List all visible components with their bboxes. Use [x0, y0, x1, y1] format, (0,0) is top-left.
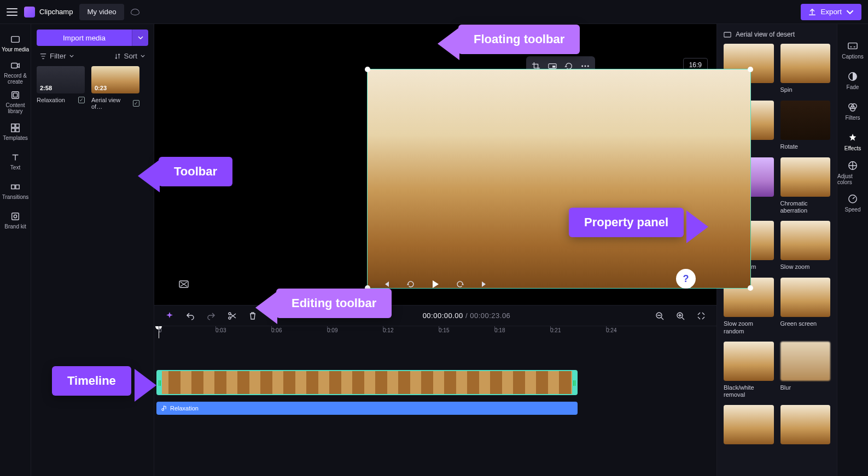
rightrail-captions[interactable]: Captions: [837, 35, 868, 66]
play-button[interactable]: [428, 279, 442, 291]
clip-handle-right[interactable]: ||: [572, 371, 576, 394]
undo-button[interactable]: [184, 309, 197, 322]
resize-handle[interactable]: [748, 285, 753, 291]
effect-green-screen[interactable]: Green screen: [780, 278, 831, 334]
leftnav-brand-kit[interactable]: Brand kit: [0, 205, 31, 235]
brand-logo-icon: [24, 7, 35, 17]
split-button[interactable]: [225, 309, 238, 322]
svg-rect-3: [13, 93, 17, 97]
filter-label: Filter: [50, 52, 66, 60]
duration: 00:00:23.06: [470, 312, 510, 320]
export-button[interactable]: Export: [801, 4, 861, 20]
rightrail-filters[interactable]: Filters: [837, 96, 868, 127]
import-media-dropdown[interactable]: [132, 30, 148, 46]
callout-timeline: Timeline: [52, 366, 131, 396]
clip-icon: [724, 32, 731, 38]
rightrail-adjust-colors[interactable]: Adjust colors: [837, 157, 868, 188]
check-icon: ✓: [78, 97, 85, 103]
leftnav-your-media[interactable]: Your media: [0, 28, 31, 58]
chevron-down-icon: [141, 55, 145, 57]
leftnav-label: Brand kit: [4, 224, 26, 230]
video-track: || ||: [154, 370, 716, 395]
svg-point-16: [587, 66, 589, 67]
sort-button[interactable]: Sort: [111, 51, 148, 61]
media-tile-aerial[interactable]: 0:23 Aerial view of… ✓: [91, 66, 139, 110]
app-header: Clipchamp My video Export: [0, 0, 868, 24]
svg-point-15: [585, 66, 586, 67]
audio-clip[interactable]: Relaxation: [156, 402, 578, 415]
scissors-icon: [228, 312, 236, 320]
leftnav-templates[interactable]: Templates: [0, 117, 31, 146]
ruler-tick: 0:15: [439, 327, 449, 333]
rewind-button[interactable]: [403, 279, 418, 291]
brand-name: Clipchamp: [39, 8, 73, 16]
leftnav-label: Text: [10, 164, 20, 171]
ruler-tick: 0:09: [327, 327, 337, 333]
play-icon: [432, 280, 439, 289]
sort-label: Sort: [124, 52, 137, 60]
redo-button[interactable]: [205, 309, 218, 322]
menu-icon[interactable]: [7, 8, 18, 16]
editing-toolbar: 00:00:00.00 / 00:00:23.06: [154, 305, 716, 326]
video-clip[interactable]: || ||: [156, 370, 578, 395]
media-tile-label: Aerial view of…: [91, 97, 133, 110]
effect-more-2[interactable]: [780, 405, 831, 455]
media-thumb: 2:58: [37, 66, 85, 93]
project-name-button[interactable]: My video: [79, 4, 124, 20]
ruler-tick: 0:21: [550, 327, 561, 333]
magic-button[interactable]: [163, 309, 176, 322]
zoom-out-button[interactable]: [653, 309, 666, 322]
stage: 16:9 ?: [154, 24, 716, 305]
svg-point-11: [14, 215, 16, 218]
leftnav-content-library[interactable]: Content library: [0, 87, 31, 117]
more-icon: [581, 65, 590, 67]
callout-property-panel: Property panel: [569, 208, 684, 237]
next-button[interactable]: [477, 280, 492, 290]
svg-rect-24: [724, 32, 731, 37]
rightrail-fade[interactable]: Fade: [837, 66, 868, 96]
filter-icon: [40, 53, 46, 60]
leftnav-text[interactable]: Text: [0, 146, 31, 176]
resize-handle[interactable]: [748, 67, 753, 72]
svg-point-14: [581, 66, 583, 67]
audio-track: Relaxation: [154, 402, 716, 415]
filter-button[interactable]: Filter: [37, 51, 77, 61]
fit-icon: [697, 312, 706, 320]
leftnav-record-create[interactable]: Record & create: [0, 58, 31, 87]
safe-zone-button[interactable]: [176, 280, 192, 290]
media-thumb: 0:23: [91, 66, 139, 93]
clip-body[interactable]: [162, 371, 572, 394]
clip-handle-left[interactable]: ||: [158, 371, 162, 394]
fit-button[interactable]: [695, 309, 708, 322]
forward-button[interactable]: [452, 279, 468, 291]
zoom-in-button[interactable]: [674, 309, 687, 322]
svg-rect-5: [16, 124, 19, 127]
svg-rect-8: [11, 185, 15, 189]
effect-rotate[interactable]: Rotate: [780, 101, 831, 151]
media-panel: Import media Filter Sort 2:58: [31, 24, 154, 476]
ruler-tick: 0: [159, 327, 162, 333]
effect-spin[interactable]: Spin: [780, 44, 831, 94]
svg-rect-6: [11, 128, 15, 131]
effect-bw-removal[interactable]: Black/white removal: [724, 342, 774, 398]
timeline-ruler[interactable]: 0 0:03 0:06 0:09 0:12 0:15 0:18 0:21 0:2…: [156, 326, 716, 338]
leftnav-transitions[interactable]: Transitions: [0, 176, 31, 205]
svg-rect-13: [552, 66, 555, 68]
import-media-button[interactable]: Import media: [37, 30, 132, 46]
resize-handle[interactable]: [365, 67, 370, 72]
right-rail: Captions Fade Filters Effects Adjust col…: [837, 24, 868, 476]
stage-canvas[interactable]: [367, 69, 751, 289]
rightrail-effects[interactable]: Effects: [837, 127, 868, 157]
media-tile-relaxation[interactable]: 2:58 Relaxation ✓: [37, 66, 85, 110]
redo-icon: [207, 312, 215, 320]
rightrail-speed[interactable]: Speed: [837, 188, 868, 219]
effect-chromatic-aberration[interactable]: Chromatic aberration: [780, 157, 831, 214]
svg-rect-25: [848, 43, 857, 49]
effect-more-1[interactable]: [724, 405, 774, 455]
help-button[interactable]: ?: [676, 269, 696, 289]
left-sidebar: Your media Record & create Content libra…: [0, 24, 31, 476]
effect-blur[interactable]: Blur: [780, 342, 831, 398]
chevron-down-icon: [138, 36, 143, 39]
svg-rect-1: [11, 63, 18, 68]
effect-slow-zoom[interactable]: Slow zoom: [780, 221, 831, 271]
